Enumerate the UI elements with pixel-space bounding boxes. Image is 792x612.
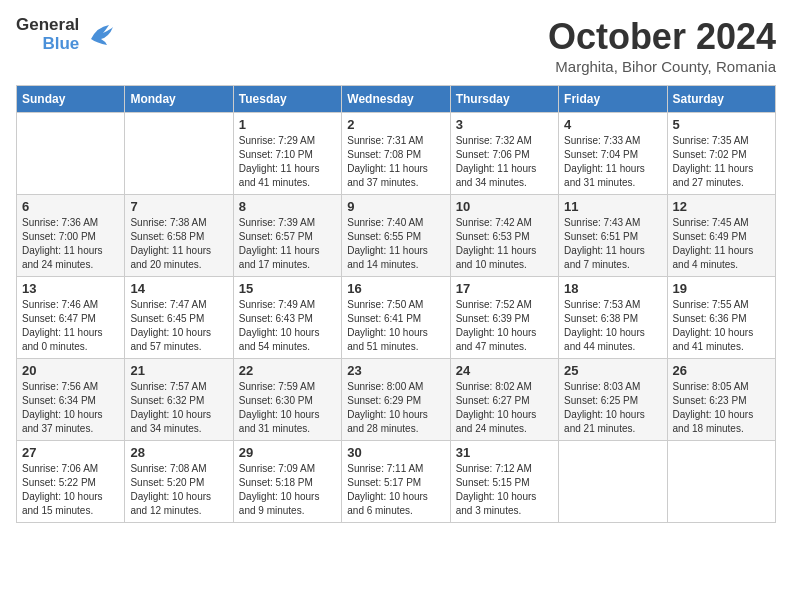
day-cell — [667, 441, 775, 523]
day-info: Sunrise: 7:31 AM Sunset: 7:08 PM Dayligh… — [347, 134, 444, 190]
logo-general: General — [16, 16, 79, 35]
day-cell — [559, 441, 667, 523]
day-cell — [125, 113, 233, 195]
day-cell: 25Sunrise: 8:03 AM Sunset: 6:25 PM Dayli… — [559, 359, 667, 441]
day-info: Sunrise: 7:32 AM Sunset: 7:06 PM Dayligh… — [456, 134, 553, 190]
weekday-header-row: SundayMondayTuesdayWednesdayThursdayFrid… — [17, 86, 776, 113]
day-info: Sunrise: 7:57 AM Sunset: 6:32 PM Dayligh… — [130, 380, 227, 436]
day-cell: 2Sunrise: 7:31 AM Sunset: 7:08 PM Daylig… — [342, 113, 450, 195]
day-info: Sunrise: 8:03 AM Sunset: 6:25 PM Dayligh… — [564, 380, 661, 436]
day-info: Sunrise: 7:50 AM Sunset: 6:41 PM Dayligh… — [347, 298, 444, 354]
day-info: Sunrise: 7:42 AM Sunset: 6:53 PM Dayligh… — [456, 216, 553, 272]
week-row-1: 1Sunrise: 7:29 AM Sunset: 7:10 PM Daylig… — [17, 113, 776, 195]
calendar-table: SundayMondayTuesdayWednesdayThursdayFrid… — [16, 85, 776, 523]
day-cell: 31Sunrise: 7:12 AM Sunset: 5:15 PM Dayli… — [450, 441, 558, 523]
day-cell: 28Sunrise: 7:08 AM Sunset: 5:20 PM Dayli… — [125, 441, 233, 523]
day-info: Sunrise: 7:47 AM Sunset: 6:45 PM Dayligh… — [130, 298, 227, 354]
day-number: 29 — [239, 445, 336, 460]
week-row-5: 27Sunrise: 7:06 AM Sunset: 5:22 PM Dayli… — [17, 441, 776, 523]
weekday-header-thursday: Thursday — [450, 86, 558, 113]
day-number: 14 — [130, 281, 227, 296]
day-info: Sunrise: 7:45 AM Sunset: 6:49 PM Dayligh… — [673, 216, 770, 272]
week-row-4: 20Sunrise: 7:56 AM Sunset: 6:34 PM Dayli… — [17, 359, 776, 441]
day-info: Sunrise: 7:39 AM Sunset: 6:57 PM Dayligh… — [239, 216, 336, 272]
day-info: Sunrise: 7:35 AM Sunset: 7:02 PM Dayligh… — [673, 134, 770, 190]
day-cell: 26Sunrise: 8:05 AM Sunset: 6:23 PM Dayli… — [667, 359, 775, 441]
weekday-header-wednesday: Wednesday — [342, 86, 450, 113]
day-info: Sunrise: 7:33 AM Sunset: 7:04 PM Dayligh… — [564, 134, 661, 190]
day-cell: 9Sunrise: 7:40 AM Sunset: 6:55 PM Daylig… — [342, 195, 450, 277]
logo: General Blue — [16, 16, 115, 53]
day-number: 22 — [239, 363, 336, 378]
weekday-header-saturday: Saturday — [667, 86, 775, 113]
day-cell: 20Sunrise: 7:56 AM Sunset: 6:34 PM Dayli… — [17, 359, 125, 441]
day-number: 26 — [673, 363, 770, 378]
day-cell: 11Sunrise: 7:43 AM Sunset: 6:51 PM Dayli… — [559, 195, 667, 277]
day-info: Sunrise: 8:05 AM Sunset: 6:23 PM Dayligh… — [673, 380, 770, 436]
day-number: 1 — [239, 117, 336, 132]
day-cell: 24Sunrise: 8:02 AM Sunset: 6:27 PM Dayli… — [450, 359, 558, 441]
day-info: Sunrise: 7:06 AM Sunset: 5:22 PM Dayligh… — [22, 462, 119, 518]
day-cell: 30Sunrise: 7:11 AM Sunset: 5:17 PM Dayli… — [342, 441, 450, 523]
day-number: 21 — [130, 363, 227, 378]
day-cell: 5Sunrise: 7:35 AM Sunset: 7:02 PM Daylig… — [667, 113, 775, 195]
day-info: Sunrise: 7:52 AM Sunset: 6:39 PM Dayligh… — [456, 298, 553, 354]
page-header: General Blue October 2024 Marghita, Biho… — [16, 16, 776, 75]
day-info: Sunrise: 7:11 AM Sunset: 5:17 PM Dayligh… — [347, 462, 444, 518]
week-row-3: 13Sunrise: 7:46 AM Sunset: 6:47 PM Dayli… — [17, 277, 776, 359]
day-number: 5 — [673, 117, 770, 132]
day-number: 25 — [564, 363, 661, 378]
day-number: 24 — [456, 363, 553, 378]
day-number: 7 — [130, 199, 227, 214]
day-cell: 17Sunrise: 7:52 AM Sunset: 6:39 PM Dayli… — [450, 277, 558, 359]
day-cell: 19Sunrise: 7:55 AM Sunset: 6:36 PM Dayli… — [667, 277, 775, 359]
day-number: 17 — [456, 281, 553, 296]
title-area: October 2024 Marghita, Bihor County, Rom… — [548, 16, 776, 75]
day-cell: 22Sunrise: 7:59 AM Sunset: 6:30 PM Dayli… — [233, 359, 341, 441]
day-cell: 18Sunrise: 7:53 AM Sunset: 6:38 PM Dayli… — [559, 277, 667, 359]
week-row-2: 6Sunrise: 7:36 AM Sunset: 7:00 PM Daylig… — [17, 195, 776, 277]
day-number: 15 — [239, 281, 336, 296]
day-info: Sunrise: 7:12 AM Sunset: 5:15 PM Dayligh… — [456, 462, 553, 518]
day-cell: 6Sunrise: 7:36 AM Sunset: 7:00 PM Daylig… — [17, 195, 125, 277]
day-info: Sunrise: 8:00 AM Sunset: 6:29 PM Dayligh… — [347, 380, 444, 436]
weekday-header-friday: Friday — [559, 86, 667, 113]
day-number: 3 — [456, 117, 553, 132]
day-cell: 10Sunrise: 7:42 AM Sunset: 6:53 PM Dayli… — [450, 195, 558, 277]
day-number: 13 — [22, 281, 119, 296]
day-number: 9 — [347, 199, 444, 214]
day-cell: 15Sunrise: 7:49 AM Sunset: 6:43 PM Dayli… — [233, 277, 341, 359]
day-info: Sunrise: 7:56 AM Sunset: 6:34 PM Dayligh… — [22, 380, 119, 436]
day-cell: 8Sunrise: 7:39 AM Sunset: 6:57 PM Daylig… — [233, 195, 341, 277]
day-number: 18 — [564, 281, 661, 296]
location-title: Marghita, Bihor County, Romania — [548, 58, 776, 75]
day-info: Sunrise: 7:53 AM Sunset: 6:38 PM Dayligh… — [564, 298, 661, 354]
day-cell: 1Sunrise: 7:29 AM Sunset: 7:10 PM Daylig… — [233, 113, 341, 195]
day-number: 28 — [130, 445, 227, 460]
day-number: 31 — [456, 445, 553, 460]
day-info: Sunrise: 7:09 AM Sunset: 5:18 PM Dayligh… — [239, 462, 336, 518]
day-number: 27 — [22, 445, 119, 460]
day-cell — [17, 113, 125, 195]
day-number: 19 — [673, 281, 770, 296]
day-info: Sunrise: 7:59 AM Sunset: 6:30 PM Dayligh… — [239, 380, 336, 436]
day-info: Sunrise: 7:40 AM Sunset: 6:55 PM Dayligh… — [347, 216, 444, 272]
day-number: 11 — [564, 199, 661, 214]
day-number: 10 — [456, 199, 553, 214]
day-cell: 3Sunrise: 7:32 AM Sunset: 7:06 PM Daylig… — [450, 113, 558, 195]
day-number: 20 — [22, 363, 119, 378]
logo-bird-icon — [83, 21, 115, 49]
day-number: 23 — [347, 363, 444, 378]
day-number: 30 — [347, 445, 444, 460]
weekday-header-sunday: Sunday — [17, 86, 125, 113]
day-cell: 12Sunrise: 7:45 AM Sunset: 6:49 PM Dayli… — [667, 195, 775, 277]
day-cell: 13Sunrise: 7:46 AM Sunset: 6:47 PM Dayli… — [17, 277, 125, 359]
day-info: Sunrise: 7:08 AM Sunset: 5:20 PM Dayligh… — [130, 462, 227, 518]
day-number: 2 — [347, 117, 444, 132]
day-number: 4 — [564, 117, 661, 132]
weekday-header-monday: Monday — [125, 86, 233, 113]
day-cell: 16Sunrise: 7:50 AM Sunset: 6:41 PM Dayli… — [342, 277, 450, 359]
day-info: Sunrise: 7:29 AM Sunset: 7:10 PM Dayligh… — [239, 134, 336, 190]
month-title: October 2024 — [548, 16, 776, 58]
day-cell: 29Sunrise: 7:09 AM Sunset: 5:18 PM Dayli… — [233, 441, 341, 523]
